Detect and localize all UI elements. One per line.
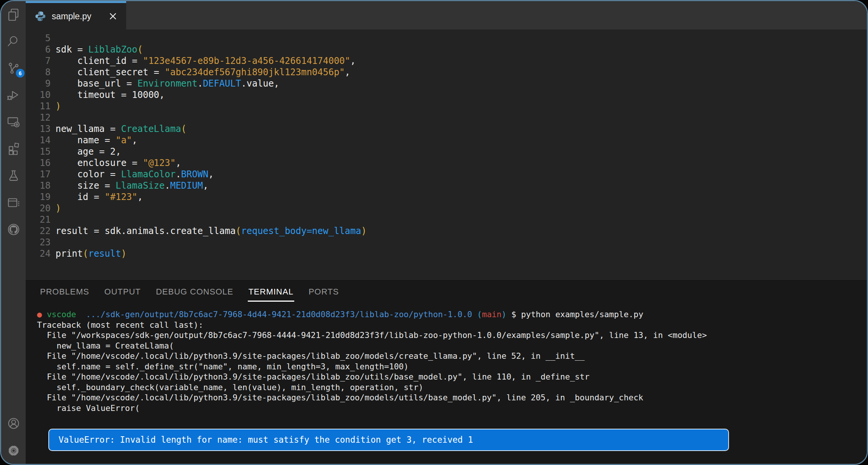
line-number[interactable]: 19: [26, 191, 51, 203]
vscode-window: 6: [0, 0, 868, 465]
code-line[interactable]: 18 size = LlamaSize.MEDIUM,: [26, 180, 867, 191]
panel-tab-problems[interactable]: PROBLEMS: [40, 287, 89, 297]
code-token: ,: [132, 135, 137, 146]
code-token: sdk =: [56, 44, 88, 55]
github-button[interactable]: [1, 216, 26, 243]
line-number[interactable]: 20: [26, 203, 51, 214]
code-token: ,: [350, 56, 355, 66]
code-line[interactable]: 21: [26, 214, 867, 225]
bottom-panel: PROBLEMSOUTPUTDEBUG CONSOLETERMINALPORTS…: [26, 280, 867, 464]
code-line[interactable]: 9 base_url = Environment.DEFAULT.value,: [26, 78, 867, 89]
panel-tab-bar: PROBLEMSOUTPUTDEBUG CONSOLETERMINALPORTS: [26, 281, 867, 303]
code-line[interactable]: 7 client_id = "123e4567-e89b-12d3-a456-4…: [26, 55, 867, 67]
line-number[interactable]: 13: [26, 123, 51, 135]
tab-close-button[interactable]: [107, 11, 119, 22]
code-token: new_llama =: [56, 124, 121, 134]
line-number[interactable]: 11: [26, 101, 51, 112]
code-line[interactable]: 23: [26, 237, 867, 248]
search-button[interactable]: [1, 28, 26, 55]
panel-tab-output[interactable]: OUTPUT: [104, 287, 141, 297]
code-token: MEDIUM: [170, 180, 203, 191]
traceback-line: File "/home/vscode/.local/lib/python3.9/…: [37, 372, 867, 382]
line-number[interactable]: 22: [26, 225, 51, 237]
code-line[interactable]: 12: [26, 112, 867, 123]
code-line[interactable]: 8 client_secret = "abc234def567ghi890jkl…: [26, 67, 867, 78]
activity-bar: 6: [1, 1, 26, 464]
code-text: sdk = LiblabZoo(: [56, 44, 143, 55]
source-control-button[interactable]: 6: [1, 55, 26, 82]
code-token: (: [236, 226, 241, 236]
panel-tab-terminal[interactable]: TERMINAL: [249, 287, 293, 297]
code-token: LiblabZoo: [88, 44, 137, 55]
code-text: ): [56, 101, 61, 112]
run-debug-button[interactable]: [1, 82, 26, 108]
line-number[interactable]: 15: [26, 146, 51, 157]
code-line[interactable]: 17 color = LlamaColor.BROWN,: [26, 169, 867, 180]
code-line[interactable]: 15 age = 2,: [26, 146, 867, 157]
line-number[interactable]: 10: [26, 89, 51, 101]
line-number[interactable]: 23: [26, 237, 51, 248]
code-token: timeout = 10000,: [56, 90, 165, 100]
code-text: ): [56, 203, 61, 214]
code-line[interactable]: 6sdk = LiblabZoo(: [26, 44, 867, 55]
notebook-button[interactable]: [1, 189, 26, 216]
line-number[interactable]: 7: [26, 55, 51, 67]
tab-sample-py[interactable]: sample.py: [26, 1, 126, 29]
code-line[interactable]: 20): [26, 203, 867, 214]
code-line[interactable]: 14 name = "a",: [26, 135, 867, 146]
extensions-button[interactable]: [1, 135, 26, 162]
line-number[interactable]: 16: [26, 157, 51, 169]
main-column: sample.py 56sdk = LiblabZoo(7 client_id …: [26, 1, 867, 464]
github-icon: [6, 222, 21, 237]
code-token: result: [88, 248, 121, 259]
code-token: color =: [56, 169, 121, 180]
code-token: age = 2,: [56, 146, 121, 157]
code-token: ): [361, 226, 366, 236]
traceback-line: self._boundary_check(variable_name, len(…: [37, 382, 867, 393]
code-token: "abc234def567ghi890jkl123mn0456p": [165, 67, 345, 78]
code-line[interactable]: 16 enclosure = "@123",: [26, 157, 867, 169]
line-number[interactable]: 9: [26, 78, 51, 89]
code-token: BROWN: [181, 169, 208, 180]
test-flask-icon: [6, 169, 21, 183]
account-button[interactable]: [1, 410, 26, 437]
code-line[interactable]: 19 id = "#123",: [26, 191, 867, 203]
testing-button[interactable]: [1, 162, 26, 189]
prompt-token: (: [477, 310, 482, 319]
line-number[interactable]: 6: [26, 44, 51, 55]
line-number[interactable]: 14: [26, 135, 51, 146]
code-line[interactable]: 5: [26, 33, 867, 44]
code-token: DEFAULT: [203, 78, 241, 89]
code-line[interactable]: 22result = sdk.animals.create_llama(requ…: [26, 225, 867, 237]
line-number[interactable]: 17: [26, 169, 51, 180]
code-text: age = 2,: [56, 146, 121, 157]
line-number[interactable]: 12: [26, 112, 51, 123]
code-line[interactable]: 11): [26, 101, 867, 112]
panel-tab-ports[interactable]: PORTS: [309, 287, 339, 297]
code-text: id = "#123",: [56, 191, 143, 203]
line-number[interactable]: 5: [26, 33, 51, 44]
code-line[interactable]: 13new_llama = CreateLlama(: [26, 123, 867, 135]
line-number[interactable]: 24: [26, 248, 51, 259]
code-line[interactable]: 24print(result): [26, 248, 867, 259]
line-number[interactable]: 21: [26, 214, 51, 225]
remote-explorer-button[interactable]: [1, 108, 26, 135]
remote-explorer-icon: [6, 115, 21, 129]
panel-tab-debug-console[interactable]: DEBUG CONSOLE: [156, 287, 233, 297]
line-number[interactable]: 8: [26, 67, 51, 78]
close-icon: [109, 12, 117, 20]
code-token: ): [56, 101, 61, 112]
terminal-output[interactable]: ● vscode .../sdk-gen/output/8b7c6ac7-796…: [26, 303, 867, 464]
prompt-token: ●: [37, 310, 47, 319]
code-text: timeout = 10000,: [56, 89, 165, 101]
line-number[interactable]: 18: [26, 180, 51, 191]
code-line[interactable]: 10 timeout = 10000,: [26, 89, 867, 101]
code-token: "#123": [105, 192, 137, 202]
code-token: size =: [56, 180, 116, 191]
code-token: LlamaColor: [121, 169, 176, 180]
traceback-line: Traceback (most recent call last):: [37, 320, 867, 330]
explorer-button[interactable]: [1, 1, 26, 28]
settings-button[interactable]: [1, 437, 26, 464]
code-token: .value,: [241, 78, 279, 89]
code-editor[interactable]: 56sdk = LiblabZoo(7 client_id = "123e456…: [26, 29, 867, 280]
